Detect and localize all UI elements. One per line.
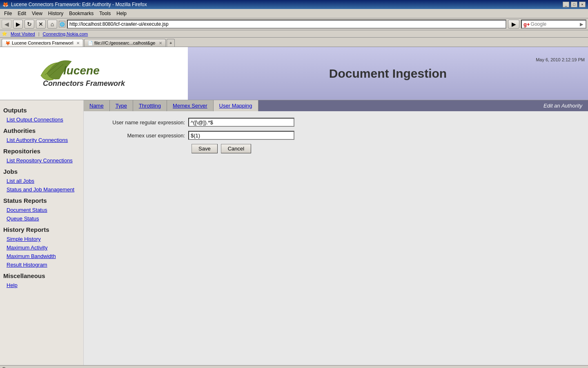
separator: | [38,31,40,36]
sidebar-item-status-job-management[interactable]: Status and Job Management [0,185,83,194]
menu-file[interactable]: File [2,10,14,17]
maximize-button[interactable]: □ [571,2,577,7]
page-header: lucene Connectors Framework Document Ing… [0,47,588,100]
home-button[interactable]: ⌂ [47,20,57,29]
memex-user-label: Memex user expression: [90,132,188,139]
sidebar-section-authorities: Authorities [0,124,83,136]
sidebar-item-list-all-jobs[interactable]: List all Jobs [0,177,83,185]
window-title: Lucene Connectors Framework: Edit Author… [11,2,147,7]
stop-button[interactable]: ✕ [36,20,46,29]
panel-header: Name Type Throttling Memex Server User M… [84,100,588,111]
sidebar-item-result-histogram[interactable]: Result Histogram [0,260,83,269]
close-button[interactable]: × [579,2,586,7]
tab-1[interactable]: 📄 file:///C:/geosearc...calhost&georel=t… [84,39,166,47]
tab-icon-0: 🦊 [5,41,10,45]
header-right: Document Ingestion [188,47,588,100]
tab-0[interactable]: 🦊 Lucene Connectors Framework: E... ✕ [2,39,83,47]
reload-button[interactable]: ↻ [24,20,34,29]
forward-button[interactable]: ▶ [13,20,23,29]
sidebar-section-jobs: Jobs [0,165,83,177]
content-area: Outputs List Output Connections Authorit… [0,100,588,365]
bookmarks-bar: ⭐ Most Visited | Connecting.Nokia.com [0,30,588,38]
panel-label: Edit an Authority [538,100,588,111]
menu-history[interactable]: History [46,10,66,17]
form-row-memex-user: Memex user expression: [90,131,581,140]
sidebar-item-maximum-activity[interactable]: Maximum Activity [0,243,83,252]
svg-text:lucene: lucene [63,64,100,77]
back-button[interactable]: ◀ [2,20,11,29]
search-go-icon[interactable]: ▶ [580,22,583,27]
sidebar-section-status-reports: Status Reports [0,194,83,206]
cancel-button[interactable]: Cancel [221,144,251,153]
svg-text:Connectors Framework: Connectors Framework [43,79,125,88]
logo-svg: lucene Connectors Framework [37,53,151,94]
search-engine-icon: g+ [523,21,530,27]
tab-label-1: file:///C:/geosearc...calhost&georel=tru… [94,40,156,45]
tab-label-0: Lucene Connectors Framework: E... [12,40,73,45]
menu-help[interactable]: Help [114,10,129,17]
panel-tab-type[interactable]: Type [110,100,133,111]
browser-content: lucene Connectors Framework Document Ing… [0,47,588,365]
title-bar: 🦊 Lucene Connectors Framework: Edit Auth… [0,0,588,9]
bookmarks-label: ⭐ [2,31,7,36]
sidebar-item-list-authority-connections[interactable]: List Authority Connections [0,136,83,144]
tab-close-0[interactable]: ✕ [76,41,80,45]
menu-bookmarks[interactable]: Bookmarks [67,10,96,17]
sidebar-item-list-repository-connections[interactable]: List Repository Connections [0,156,83,165]
sidebar-item-document-status[interactable]: Document Status [0,206,83,214]
sidebar: Outputs List Output Connections Authorit… [0,100,84,365]
sidebar-item-help[interactable]: Help [0,281,83,289]
title-bar-left: 🦊 Lucene Connectors Framework: Edit Auth… [2,2,147,7]
menu-tools[interactable]: Tools [97,10,113,17]
url-text: http://localhost:8080/lcf-crawler-ui/exe… [69,21,169,27]
panel-tabs-row: Name Type Throttling Memex Server User M… [84,100,258,111]
status-bar: Done [0,365,588,368]
button-row: Save Cancel [90,144,581,153]
address-bar-container: 🌐 http://localhost:8080/lcf-crawler-ui/e… [59,20,519,29]
menu-bar: File Edit View History Bookmarks Tools H… [0,9,588,18]
tab-icon-1: 📄 [88,41,93,45]
main-panel: Name Type Throttling Memex Server User M… [84,100,588,365]
menu-edit[interactable]: Edit [15,10,29,17]
panel-body: User name regular expression: Memex user… [84,111,588,160]
panel-tab-name[interactable]: Name [84,100,110,111]
sidebar-section-miscellaneous: Miscellaneous [0,269,83,281]
address-bar[interactable]: http://localhost:8080/lcf-crawler-ui/exe… [67,20,506,29]
logo-area: lucene Connectors Framework [0,47,188,100]
panel-tab-user-mapping[interactable]: User Mapping [214,100,258,111]
minimize-button[interactable]: _ [563,2,569,7]
tab-close-1[interactable]: ✕ [159,41,162,45]
header-title: Document Ingestion [329,67,447,81]
sidebar-section-outputs: Outputs [0,103,83,115]
location-icon: 🌐 [59,21,65,27]
sidebar-item-queue-status[interactable]: Queue Status [0,214,83,223]
memex-user-expression-input[interactable] [188,131,294,140]
tabs-bar: 🦊 Lucene Connectors Framework: E... ✕ 📄 … [0,38,588,47]
bookmark-nokia[interactable]: Connecting.Nokia.com [43,31,88,36]
panel-tab-memex-server[interactable]: Memex Server [167,100,214,111]
form-row-user-name: User name regular expression: [90,118,581,127]
user-name-label: User name regular expression: [90,119,188,126]
go-button[interactable]: ▶ [508,20,519,29]
panel-tab-throttling[interactable]: Throttling [133,100,167,111]
window-controls[interactable]: _ □ × [563,2,586,7]
status-text: Done [2,366,13,368]
bookmark-most-visited[interactable]: Most Visited [11,31,35,36]
timestamp: May 6, 2010 2:12:19 PM [536,57,585,62]
menu-view[interactable]: View [29,10,45,17]
sidebar-section-history-reports: History Reports [0,223,83,235]
user-name-regex-input[interactable] [188,118,294,127]
nav-bar: ◀ ▶ ↻ ✕ ⌂ 🌐 http://localhost:8080/lcf-cr… [0,18,588,30]
sidebar-item-simple-history[interactable]: Simple History [0,235,83,243]
sidebar-item-list-output-connections[interactable]: List Output Connections [0,115,83,124]
new-tab-button[interactable]: + [167,39,175,47]
sidebar-section-repositories: Repositories [0,144,83,156]
search-input[interactable] [531,21,580,27]
search-bar[interactable]: g+ ▶ [521,20,586,29]
firefox-icon: 🦊 [2,2,9,7]
save-button[interactable]: Save [192,144,218,153]
sidebar-item-maximum-bandwidth[interactable]: Maximum Bandwidth [0,252,83,260]
